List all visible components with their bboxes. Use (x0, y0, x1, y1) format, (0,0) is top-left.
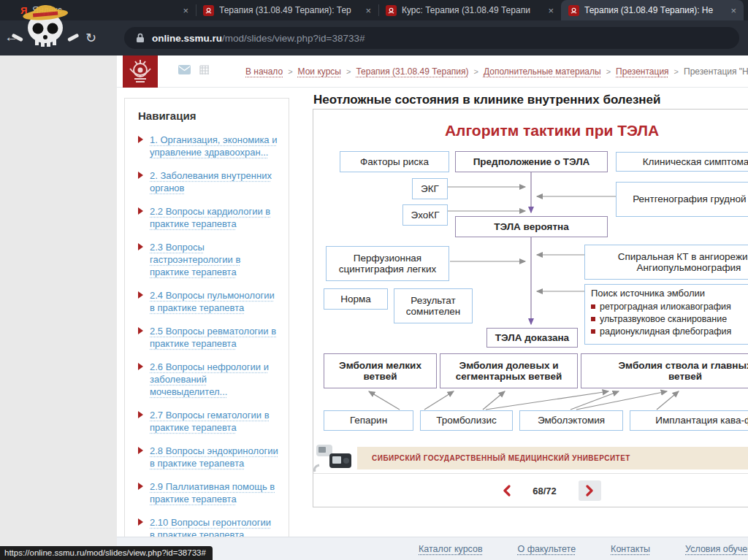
flow-box-label: Норма (340, 294, 371, 304)
flow-box: Норма (324, 288, 388, 310)
url-bar[interactable]: online.ssmu.ru/mod/slides/view.php?id=38… (124, 27, 739, 49)
nav-item: 2.9 Паллиативная помощь в практике терап… (138, 480, 278, 505)
square-bullet-icon (591, 304, 595, 309)
flow-box-label: Гепарин (350, 415, 387, 426)
flow-box-label: Клиническая симптоматика (643, 156, 748, 167)
flow-box-label: Рентгенография грудной клетки (633, 193, 748, 204)
tab-close-icon[interactable]: × (730, 5, 736, 16)
footer-link[interactable]: Контакты (611, 544, 650, 554)
flow-box: Поиск источника эмболииретроградная илио… (584, 284, 748, 345)
tab-close-icon[interactable]: × (365, 5, 371, 16)
breadcrumb-separator: > (288, 67, 292, 76)
page-background: В начало>Мои курсы>Терапия (31.08.49 Тер… (0, 55, 748, 560)
tab-close-icon[interactable]: × (548, 5, 554, 16)
nav-item: 2.2 Вопросы кардиологии в практике терап… (138, 205, 278, 230)
flow-box: Эмболия мелких ветвей (324, 353, 437, 388)
breadcrumb-current: Презентация "Неотложные состояния" (684, 66, 748, 77)
flow-box-label: Эмболэктомия (538, 415, 605, 426)
nav-item-link[interactable]: 2.8 Вопросы эндокринологии в практике те… (150, 445, 278, 469)
chevron-left-icon (503, 485, 511, 496)
status-url-tooltip: https://online.ssmu.ru/mod/slides/view.p… (0, 546, 213, 560)
nav-item-link[interactable]: 2.3 Вопросы гастроэнтерологии в практике… (150, 241, 278, 278)
ssmu-favicon (203, 5, 214, 16)
tab-title: Терапия (31.08.49 Терапия): Тер (219, 5, 360, 15)
triangle-bullet-icon (138, 411, 143, 418)
flow-box: Спиральная КТ в ангиорежиме Ангиопульмон… (584, 245, 748, 280)
nav-item-link[interactable]: 2.2 Вопросы кардиологии в практике терап… (150, 205, 278, 230)
breadcrumb-link[interactable]: Терапия (31.08.49 Терапия) (356, 66, 468, 77)
flow-box-label: Эмболия долевых и сегментарных ветвей (456, 360, 562, 382)
flow-box: Эмболэктомия (519, 410, 623, 431)
browser-tab-bar: ЯЯндекс×Терапия (31.08.49 Терапия): Тер×… (0, 0, 748, 20)
breadcrumb-link[interactable]: Мои курсы (298, 66, 341, 77)
nav-item: 2.8 Вопросы эндокринологии в практике те… (138, 445, 278, 469)
flow-box: Гепарин (324, 410, 413, 431)
flow-box-label: Имплантация кава-фильтра (655, 415, 748, 426)
next-slide-button[interactable] (579, 480, 601, 501)
nav-item-link[interactable]: 2.7 Вопросы гематологии в практике терап… (150, 409, 278, 434)
square-bullet-icon (591, 329, 595, 334)
footer-link[interactable]: Каталог курсов (419, 544, 483, 554)
nav-item: 2.7 Вопросы гематологии в практике терап… (138, 409, 278, 434)
nav-item: 2.5 Вопросы ревматологии в практике тера… (138, 325, 278, 350)
flow-box: Результат сомнителен (394, 288, 473, 323)
reload-icon[interactable]: ↻ (85, 30, 96, 46)
browser-tab[interactable]: Терапия (31.08.49 Терапия): Тер× (196, 0, 378, 20)
flow-box: Тромболизис (420, 410, 513, 431)
apps-grid-icon[interactable] (199, 65, 210, 75)
nav-item-link[interactable]: 2.4 Вопросы пульмонологии в практике тер… (150, 289, 278, 314)
nav-item-link[interactable]: 2.5 Вопросы ревматологии в практике тера… (150, 325, 278, 350)
prev-slide-button[interactable] (503, 485, 511, 496)
university-banner-text: СИБИРСКИЙ ГОСУДАРСТВЕННЫЙ МЕДИЦИНСКИЙ УН… (372, 454, 630, 462)
flow-box: Перфузионная сцинтиграфия легких (326, 246, 449, 281)
tab-title: Терапия (31.08.49 Терапия): Не (584, 5, 725, 15)
blood-pressure-monitor-image (313, 437, 357, 472)
breadcrumb-link[interactable]: В начало (245, 66, 283, 77)
footer-link[interactable]: Условия обучения (685, 544, 748, 554)
university-logo[interactable] (123, 55, 158, 88)
breadcrumb-link[interactable]: Дополнительные материалы (484, 66, 601, 77)
nav-item-link[interactable]: 2.9 Паллиативная помощь в практике терап… (150, 480, 278, 505)
flow-box: Рентгенография грудной клетки (616, 182, 748, 217)
browser-tab[interactable]: Терапия (31.08.49 Терапия): Не× (561, 0, 744, 20)
flow-box: Факторы риска (340, 151, 449, 172)
nav-item: 2.4 Вопросы пульмонологии в практике тер… (138, 289, 278, 314)
flow-box-label: Эмболия ствола и главных ветвей (618, 360, 748, 382)
flow-box-label: Эмболия мелких ветвей (339, 360, 421, 382)
triangle-bullet-icon (138, 483, 143, 490)
breadcrumb: В начало>Мои курсы>Терапия (31.08.49 Тер… (245, 55, 748, 88)
triangle-bullet-icon (138, 447, 143, 454)
footer-link[interactable]: О факультете (518, 544, 576, 554)
flow-box: ЭхоКГ (402, 204, 448, 226)
tab-close-icon[interactable]: × (183, 5, 188, 16)
flow-box-label: ТЭЛА доказана (495, 332, 569, 343)
flow-box-label: Тромболизис (436, 415, 496, 426)
flow-box: ТЭЛА вероятна (455, 216, 608, 237)
triangle-bullet-icon (138, 291, 143, 299)
square-bullet-icon (591, 317, 595, 321)
slide-counter: 68/72 (533, 486, 557, 496)
nav-item-link[interactable]: 2.6 Вопросы нефрологии и заболеваний моч… (150, 361, 278, 398)
messages-icon[interactable] (178, 65, 191, 74)
flow-box: Имплантация кава-фильтра (630, 410, 748, 431)
nav-item: 2.3 Вопросы гастроэнтерологии в практике… (138, 241, 278, 278)
breadcrumb-separator: > (674, 67, 679, 76)
flow-box-bullet-text: радионуклидная флебография (600, 326, 731, 337)
browser-tab[interactable]: Курс: Терапия (31.08.49 Терапи× (378, 0, 561, 20)
flow-box: ЭКГ (412, 178, 448, 199)
slide-viewer: Алгоритм тактики при ТЭЛА СИБИРСКИЙ ГОСУ… (313, 109, 748, 507)
site-container: В начало>Мои курсы>Терапия (31.08.49 Тер… (117, 55, 748, 560)
chevron-right-icon (586, 485, 594, 496)
breadcrumb-separator: > (606, 67, 611, 76)
nav-item-link[interactable]: 1. Организация, экономика и управление з… (150, 134, 278, 158)
breadcrumb-separator: > (346, 67, 351, 76)
nav-item-link[interactable]: 2. Заболевания внутренних органов (150, 169, 278, 194)
lock-icon (136, 33, 145, 43)
ssmu-favicon (568, 5, 579, 16)
flow-box-label: Перфузионная сцинтиграфия легких (339, 253, 436, 275)
flow-box-bullet-item: ультразвуковое сканирование (591, 314, 727, 324)
url-text: online.ssmu.ru/mod/slides/view.php?id=38… (152, 33, 365, 44)
browser-toolbar: ← ↻ online.ssmu.ru/mod/slides/view.php?i… (0, 20, 748, 55)
flow-box-label: Результат сомнителен (406, 295, 461, 317)
breadcrumb-link[interactable]: Презентация (616, 66, 669, 77)
